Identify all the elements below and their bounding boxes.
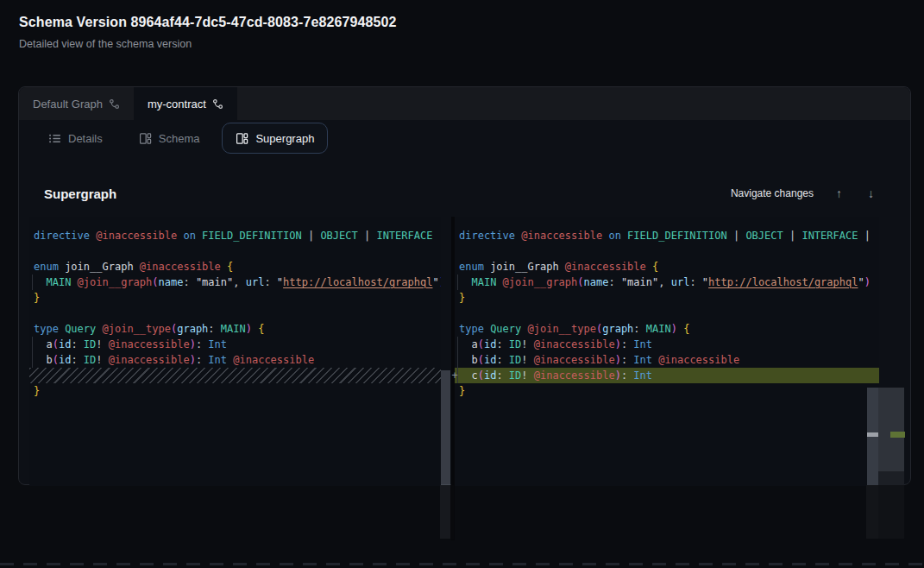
schema-version-card: Default Graph my-contract [18,86,911,485]
navigate-changes-label: Navigate changes [731,187,814,199]
code-token [134,261,140,273]
subtab-supergraph[interactable]: Supergraph [222,123,328,154]
code-token: MAIN [46,276,71,288]
code-token: "main" [196,276,233,288]
code-line: } [455,290,879,306]
code-line: } [29,383,441,399]
code-token: ( [53,354,59,366]
code-token: @inaccessible [109,338,190,350]
code-token: { [652,261,658,273]
code-line: directive @inaccessible on FIELD_DEFINIT… [29,228,441,243]
code-token [559,261,565,273]
subtab-details[interactable]: Details [35,123,116,154]
code-token: " [432,276,438,288]
indent-guide [457,275,458,290]
indent-guide [32,337,33,352]
code-token: FIELD_DEFINITION [202,230,302,242]
code-token: } [34,292,40,304]
code-token [521,323,527,335]
code-token: ) [246,323,252,335]
code-token: id [59,354,71,366]
code-token: { [683,323,689,335]
added-line-ruler-marker [890,432,905,438]
code-token: on [177,230,202,242]
code-token: : [689,276,701,288]
code-token [221,261,227,273]
added-code-line: c(id: ID! @inaccessible): Int [455,368,879,383]
code-token: : [496,354,508,366]
diff-original-pane[interactable]: directive @inaccessible on FIELD_DEFINIT… [29,217,441,486]
code-token: id [484,354,496,366]
code-token: } [34,385,40,397]
list-icon [48,132,61,145]
tab-my-contract-label: my-contract [148,98,206,110]
code-token: : [496,369,508,382]
code-token [34,276,46,288]
url-link-token[interactable]: http://localhost/graphql [708,276,858,288]
subtab-details-label: Details [68,132,103,145]
url-link-token[interactable]: http://localhost/graphql [283,276,432,288]
code-line: b(id: ID! @inaccessible): Int @inaccessi… [29,352,441,368]
previous-change-button[interactable]: ↑ [833,186,845,201]
code-token: , [658,276,670,288]
code-line: type Query @join__type(graph: MAIN) { [29,321,441,337]
code-token: id [484,338,496,350]
code-line: b(id: ID! @inaccessible): Int @inaccessi… [455,352,879,368]
code-token: { [227,261,233,273]
code-line: a(id: ID! @inaccessible): Int [29,337,441,352]
diff-placeholder-line [29,368,441,383]
code-token: Int [208,354,227,366]
code-token: : [621,354,633,366]
code-token: : [633,323,645,335]
code-token: Int [208,338,227,350]
code-token: @join__type [103,323,171,335]
code-token: ! [521,354,533,366]
code-line: enum join__Graph @inaccessible { [455,259,879,275]
code-line [29,306,441,321]
code-token: join__Graph [65,261,133,273]
code-token: Int [633,369,652,382]
code-token [34,354,46,366]
code-token: enum [459,261,484,273]
code-token: : [608,276,620,288]
subtab-schema[interactable]: Schema [125,123,214,154]
next-change-button[interactable]: ↓ [864,186,877,201]
code-token: ) [190,354,196,366]
code-token [34,338,46,350]
code-token: ( [577,276,583,288]
divider-overflow-strip [450,485,454,540]
diff-modified-pane[interactable]: directive @inaccessible on FIELD_DEFINIT… [455,217,879,486]
code-token: id [484,369,496,382]
diff-overview-ruler[interactable] [878,388,904,471]
tab-default-graph[interactable]: Default Graph [19,87,134,120]
diff-overview-ruler-tail [878,471,904,486]
code-token: : [621,369,633,382]
sdl-diff-editor: directive @inaccessible on FIELD_DEFINIT… [29,217,904,540]
modified-vertical-scrollbar[interactable] [867,388,878,489]
code-line [455,243,879,259]
code-token: ( [478,354,484,366]
code-token: ! [96,354,108,366]
code-token: ( [152,276,158,288]
code-token: ! [521,338,533,350]
code-token: b [46,354,52,366]
code-token: | [358,230,377,242]
code-token: @inaccessible [534,354,615,366]
code-token: ( [478,369,484,382]
original-vertical-scrollbar[interactable] [441,370,450,489]
code-token: ) [671,323,677,335]
code-token: @inaccessible [233,354,314,366]
code-token: ID [84,354,96,366]
scrollbar-overflow-strip [440,485,450,539]
code-token: } [459,292,465,304]
indent-guide [32,275,33,290]
code-token: OBJECT [745,230,783,242]
code-token: ) [615,354,621,366]
code-token: ! [521,369,533,382]
code-token: ID [509,354,521,366]
indent-guide [32,352,33,368]
code-token: ( [53,338,59,350]
code-token: c [471,369,477,382]
code-token [496,276,502,288]
tab-my-contract[interactable]: my-contract [134,87,237,120]
